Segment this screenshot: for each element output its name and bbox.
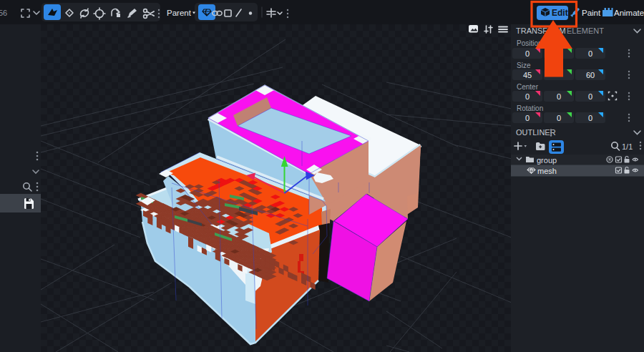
svg-text:Center: Center [517,83,539,91]
svg-text:Rotation: Rotation [517,104,543,112]
svg-text:Edit: Edit [552,8,568,18]
svg-text:Position: Position [517,39,542,47]
svg-text:mesh: mesh [537,167,557,175]
svg-text:0: 0 [588,49,592,58]
svg-text:56: 56 [0,9,7,17]
svg-text:45: 45 [523,71,532,79]
svg-text:0: 0 [557,114,561,122]
svg-text:ELEMENT: ELEMENT [567,26,604,35]
svg-text:Size: Size [517,62,531,69]
svg-text:Parent: Parent [167,9,192,17]
svg-text:0: 0 [588,92,592,101]
svg-text:0: 0 [588,114,592,122]
svg-text:1/1: 1/1 [622,142,633,151]
svg-text:0: 0 [525,92,530,101]
svg-text:0: 0 [557,92,561,101]
svg-text:OUTLINER: OUTLINER [516,128,556,137]
svg-text:Animate: Animate [614,9,644,17]
svg-text:0: 0 [525,49,530,58]
svg-text:Paint: Paint [582,9,601,17]
svg-text:group: group [537,156,557,165]
svg-text:60: 60 [586,71,595,79]
svg-text:0: 0 [525,114,530,122]
svg-text:TRANSFORM: TRANSFORM [516,26,566,35]
